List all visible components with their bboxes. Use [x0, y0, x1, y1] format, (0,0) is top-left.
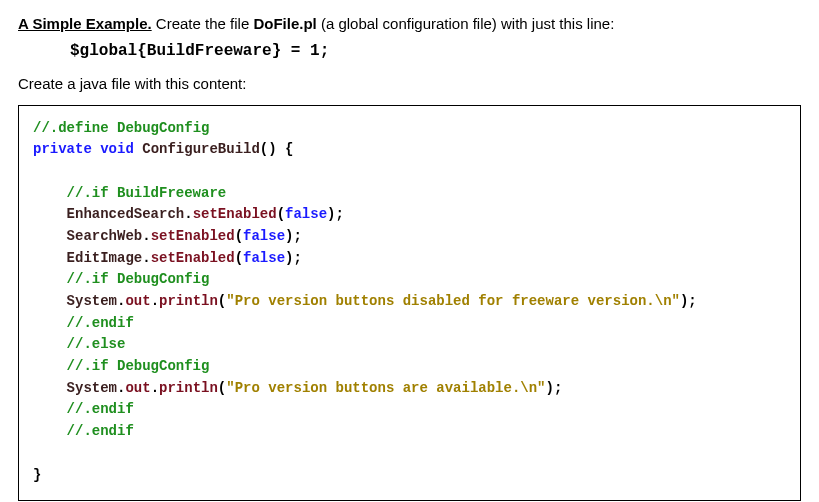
code-keyword: private — [33, 141, 92, 157]
intro-paragraph: A Simple Example. Create the file DoFile… — [18, 14, 801, 34]
config-code-line: $global{BuildFreeware} = 1; — [70, 42, 801, 60]
code-ident: System — [67, 380, 117, 396]
code-ident: ConfigureBuild — [142, 141, 260, 157]
code-line: //.else — [67, 336, 126, 352]
second-paragraph: Create a java file with this content: — [18, 74, 801, 94]
code-line: //.if DebugConfig — [67, 271, 210, 287]
code-line: //.if BuildFreeware — [67, 185, 227, 201]
intro-text-1: Create the file — [152, 15, 254, 32]
section-heading: A Simple Example. — [18, 15, 152, 32]
code-line: //.define DebugConfig — [33, 120, 209, 136]
code-ident: EnhancedSearch — [67, 206, 185, 222]
code-block: //.define DebugConfig private void Confi… — [18, 105, 801, 502]
code-member: out — [125, 293, 150, 309]
code-line: //.endif — [67, 423, 134, 439]
code-keyword: false — [285, 206, 327, 222]
code-keyword: false — [243, 250, 285, 266]
code-keyword: false — [243, 228, 285, 244]
code-punct: } — [33, 467, 41, 483]
code-ident: SearchWeb — [67, 228, 143, 244]
code-ident: System — [67, 293, 117, 309]
code-ident: EditImage — [67, 250, 143, 266]
code-member: println — [159, 293, 218, 309]
intro-text-2: (a global configuration file) with just … — [317, 15, 615, 32]
code-line: //.endif — [67, 315, 134, 331]
code-string: "Pro version buttons are available.\n" — [226, 380, 545, 396]
code-line: //.endif — [67, 401, 134, 417]
code-member: println — [159, 380, 218, 396]
code-member: setEnabled — [151, 250, 235, 266]
code-member: setEnabled — [151, 228, 235, 244]
code-member: out — [125, 380, 150, 396]
code-punct: () { — [260, 141, 294, 157]
code-string: "Pro version buttons disabled for freewa… — [226, 293, 680, 309]
code-member: setEnabled — [193, 206, 277, 222]
code-line: //.if DebugConfig — [67, 358, 210, 374]
filename: DoFile.pl — [253, 15, 316, 32]
code-keyword: void — [100, 141, 134, 157]
